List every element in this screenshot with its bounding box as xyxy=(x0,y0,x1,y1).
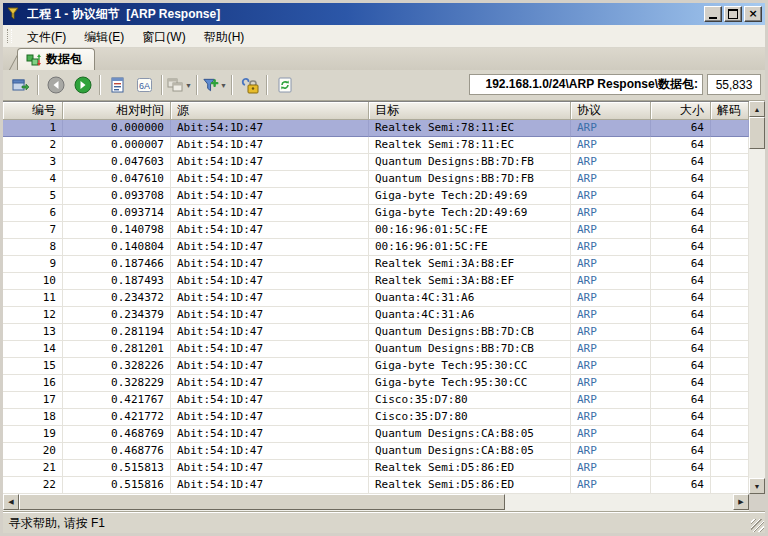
tab-label: 数据包 xyxy=(46,51,82,68)
cell: 0.000007 xyxy=(63,137,171,154)
cell: 0.328229 xyxy=(63,375,171,392)
toolbar-grip[interactable] xyxy=(7,29,12,43)
resize-grip[interactable] xyxy=(751,519,764,532)
cell: 64 xyxy=(651,205,711,222)
table-row[interactable]: 40.047610Abit:54:1D:47Quantum Designs:BB… xyxy=(3,171,749,188)
vertical-scrollbar[interactable]: ▲ ▼ xyxy=(749,101,765,494)
tab-packets[interactable]: 数据包 xyxy=(17,48,95,70)
column-header[interactable]: 相对时间 xyxy=(63,102,171,120)
minimize-button[interactable] xyxy=(704,6,722,22)
cell: Abit:54:1D:47 xyxy=(171,205,369,222)
horizontal-scroll-thumb[interactable] xyxy=(19,494,505,510)
column-header[interactable]: 源 xyxy=(171,102,369,120)
table-row[interactable]: 110.234372Abit:54:1D:47Quanta:4C:31:A6AR… xyxy=(3,290,749,307)
cell: Abit:54:1D:47 xyxy=(171,324,369,341)
cell xyxy=(711,341,749,358)
cell: ARP xyxy=(571,460,651,477)
table-row[interactable]: 200.468776Abit:54:1D:47Quantum Designs:C… xyxy=(3,443,749,460)
filter-button[interactable]: ▼ xyxy=(201,72,228,99)
window-layout-button[interactable]: ▼ xyxy=(166,72,193,99)
decode-button[interactable]: 6A xyxy=(131,72,158,99)
table-row[interactable]: 180.421772Abit:54:1D:47Cisco:35:D7:80ARP… xyxy=(3,409,749,426)
packet-count-readout: 55,833 xyxy=(707,74,761,95)
toolbar-separator xyxy=(196,75,198,95)
cell: Abit:54:1D:47 xyxy=(171,290,369,307)
cell: Realtek Semi:3A:B8:EF xyxy=(369,256,571,273)
table-row[interactable]: 150.328226Abit:54:1D:47Giga-byte Tech:95… xyxy=(3,358,749,375)
cell: Abit:54:1D:47 xyxy=(171,154,369,171)
column-header[interactable]: 解码 xyxy=(711,102,749,120)
cell: Abit:54:1D:47 xyxy=(171,222,369,239)
back-button[interactable] xyxy=(42,72,69,99)
cell: 11 xyxy=(3,290,63,307)
vertical-scroll-thumb[interactable] xyxy=(749,117,765,149)
table-row[interactable]: 10.000000Abit:54:1D:47Realtek Semi:78:11… xyxy=(3,120,749,137)
cell: ARP xyxy=(571,307,651,324)
cell: ARP xyxy=(571,120,651,137)
cell: 0.187466 xyxy=(63,256,171,273)
scroll-left-button[interactable]: ◀ xyxy=(3,494,19,510)
cell: 0.234372 xyxy=(63,290,171,307)
cell: Abit:54:1D:47 xyxy=(171,443,369,460)
table-row[interactable]: 100.187493Abit:54:1D:47Realtek Semi:3A:B… xyxy=(3,273,749,290)
table-row[interactable]: 190.468769Abit:54:1D:47Quantum Designs:C… xyxy=(3,426,749,443)
cell: Abit:54:1D:47 xyxy=(171,171,369,188)
table-row[interactable]: 210.515813Abit:54:1D:47Realtek Semi:D5:8… xyxy=(3,460,749,477)
new-project-button[interactable] xyxy=(7,72,34,99)
column-header[interactable]: 协议 xyxy=(571,102,651,120)
table-row[interactable]: 170.421767Abit:54:1D:47Cisco:35:D7:80ARP… xyxy=(3,392,749,409)
forward-button[interactable] xyxy=(69,72,96,99)
cell xyxy=(711,154,749,171)
table-row[interactable]: 50.093708Abit:54:1D:47Giga-byte Tech:2D:… xyxy=(3,188,749,205)
packet-log-button[interactable] xyxy=(104,72,131,99)
scroll-up-button[interactable]: ▲ xyxy=(749,101,765,117)
table-row[interactable]: 90.187466Abit:54:1D:47Realtek Semi:3A:B8… xyxy=(3,256,749,273)
table-row[interactable]: 70.140798Abit:54:1D:4700:16:96:01:5C:FEA… xyxy=(3,222,749,239)
column-header[interactable]: 目标 xyxy=(369,102,571,120)
menu-item[interactable]: 文件(F) xyxy=(18,28,75,46)
title-bar[interactable]: 工程 1 - 协议细节 [ARP Response] × xyxy=(3,3,765,25)
cell: Abit:54:1D:47 xyxy=(171,188,369,205)
cell: ARP xyxy=(571,273,651,290)
refresh-icon xyxy=(277,77,293,93)
cell: 00:16:96:01:5C:FE xyxy=(369,239,571,256)
refresh-button[interactable] xyxy=(271,72,298,99)
scroll-down-button[interactable]: ▼ xyxy=(749,478,765,494)
cell xyxy=(711,256,749,273)
table-row[interactable]: 20.000007Abit:54:1D:47Realtek Semi:78:11… xyxy=(3,137,749,154)
scrollbar-corner xyxy=(749,494,765,511)
lock-button[interactable] xyxy=(236,72,263,99)
column-header[interactable]: 编号 xyxy=(3,102,63,120)
toolbar-separator xyxy=(37,75,39,95)
horizontal-scrollbar[interactable]: ◀ ▶ xyxy=(3,494,749,511)
maximize-button[interactable] xyxy=(724,6,742,22)
cell: Abit:54:1D:47 xyxy=(171,392,369,409)
table-row[interactable]: 60.093714Abit:54:1D:47Giga-byte Tech:2D:… xyxy=(3,205,749,222)
table-row[interactable]: 30.047603Abit:54:1D:47Quantum Designs:BB… xyxy=(3,154,749,171)
cell: Quantum Designs:BB:7D:FB xyxy=(369,171,571,188)
cell: 64 xyxy=(651,307,711,324)
cell: Quanta:4C:31:A6 xyxy=(369,290,571,307)
column-header[interactable]: 大小 xyxy=(651,102,711,120)
cell: Abit:54:1D:47 xyxy=(171,341,369,358)
table-row[interactable]: 130.281194Abit:54:1D:47Quantum Designs:B… xyxy=(3,324,749,341)
table-row[interactable]: 160.328229Abit:54:1D:47Giga-byte Tech:95… xyxy=(3,375,749,392)
cell: Abit:54:1D:47 xyxy=(171,120,369,137)
cell: 64 xyxy=(651,290,711,307)
table-row[interactable]: 80.140804Abit:54:1D:4700:16:96:01:5C:FEA… xyxy=(3,239,749,256)
cell: 2 xyxy=(3,137,63,154)
toolbar-separator xyxy=(266,75,268,95)
table-row[interactable]: 140.281201Abit:54:1D:47Quantum Designs:B… xyxy=(3,341,749,358)
menu-item[interactable]: 编辑(E) xyxy=(75,28,133,46)
cell: 64 xyxy=(651,188,711,205)
close-button[interactable]: × xyxy=(744,6,762,22)
cell: 64 xyxy=(651,409,711,426)
menu-item[interactable]: 帮助(H) xyxy=(195,28,254,46)
cell: 64 xyxy=(651,154,711,171)
table-row[interactable]: 220.515816Abit:54:1D:47Realtek Semi:D5:8… xyxy=(3,477,749,494)
cell: 64 xyxy=(651,358,711,375)
menu-item[interactable]: 窗口(W) xyxy=(133,28,194,46)
scroll-right-button[interactable]: ▶ xyxy=(733,494,749,510)
app-logo-icon xyxy=(6,6,22,22)
table-row[interactable]: 120.234379Abit:54:1D:47Quanta:4C:31:A6AR… xyxy=(3,307,749,324)
